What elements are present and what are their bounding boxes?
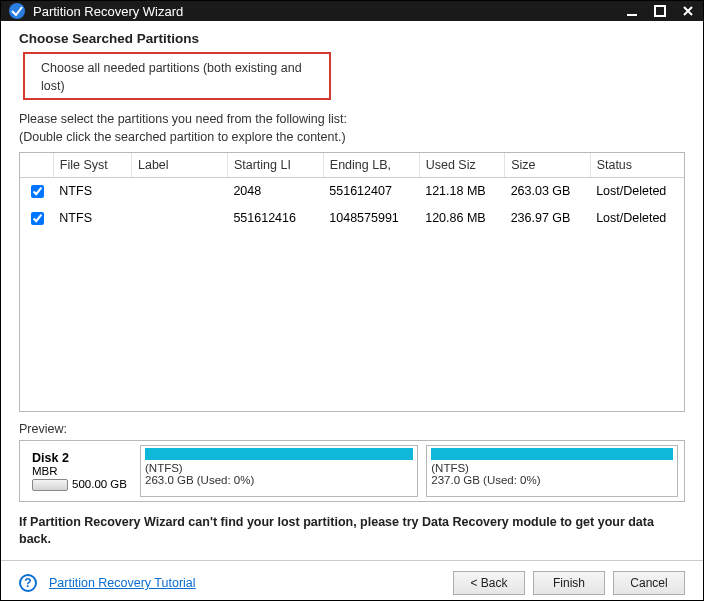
disk-info: Disk 2 MBR 500.00 GB: [20, 441, 138, 501]
cell-size: 236.97 GB: [505, 205, 590, 232]
preview-bars: (NTFS)263.0 GB (Used: 0%)(NTFS)237.0 GB …: [138, 441, 684, 501]
table-row[interactable]: NTFS2048551612407121.18 MB263.03 GBLost/…: [20, 177, 684, 205]
col-size[interactable]: Size: [505, 153, 590, 177]
disk-scheme: MBR: [32, 465, 130, 477]
finish-button[interactable]: Finish: [533, 571, 605, 595]
partition-bar: [145, 448, 413, 460]
footer: ? Partition Recovery Tutorial < Back Fin…: [1, 561, 703, 601]
cancel-button[interactable]: Cancel: [613, 571, 685, 595]
instructions-text: Please select the partitions you need fr…: [1, 110, 703, 152]
col-used-size[interactable]: Used Siz: [419, 153, 504, 177]
svg-rect-2: [655, 6, 665, 16]
cell-start-lba: 551612416: [227, 205, 323, 232]
svg-point-0: [9, 3, 25, 19]
disk-name: Disk 2: [32, 451, 130, 465]
page-heading: Choose Searched Partitions: [19, 31, 685, 46]
wizard-window: Partition Recovery Wizard Choose Searche…: [0, 0, 704, 601]
partition-fs: (NTFS): [431, 462, 673, 474]
svg-rect-1: [627, 14, 637, 16]
table-row[interactable]: NTFS5516124161048575991120.86 MB236.97 G…: [20, 205, 684, 232]
partition-fs: (NTFS): [145, 462, 413, 474]
instructions-line2: (Double click the searched partition to …: [19, 128, 685, 146]
titlebar: Partition Recovery Wizard: [1, 1, 703, 21]
help-icon[interactable]: ?: [19, 574, 37, 592]
row-checkbox[interactable]: [31, 185, 44, 198]
window-title: Partition Recovery Wizard: [33, 4, 625, 19]
preview-panel: Disk 2 MBR 500.00 GB (NTFS)263.0 GB (Use…: [19, 440, 685, 502]
cell-filesystem: NTFS: [53, 177, 131, 205]
maximize-icon[interactable]: [653, 4, 667, 18]
minimize-icon[interactable]: [625, 4, 639, 18]
cell-end-lba: 1048575991: [323, 205, 419, 232]
cell-used-size: 120.86 MB: [419, 205, 504, 232]
cell-label: [132, 205, 228, 232]
partition-table: File Syst Label Starting LI Ending LB, U…: [19, 152, 685, 412]
recovery-note: If Partition Recovery Wizard can't find …: [1, 510, 703, 556]
col-filesystem[interactable]: File Syst: [53, 153, 131, 177]
disk-size: 500.00 GB: [72, 478, 127, 490]
instructions-line1: Please select the partitions you need fr…: [19, 110, 685, 128]
partition-size: 263.0 GB (Used: 0%): [145, 474, 413, 486]
col-end-lba[interactable]: Ending LB,: [323, 153, 419, 177]
cell-status: Lost/Deleted: [590, 177, 684, 205]
cell-status: Lost/Deleted: [590, 205, 684, 232]
col-check[interactable]: [20, 153, 53, 177]
content-area: Choose Searched Partitions Choose all ne…: [1, 21, 703, 601]
page-subheading: Choose all needed partitions (both exist…: [41, 61, 302, 93]
back-button[interactable]: < Back: [453, 571, 525, 595]
close-icon[interactable]: [681, 4, 695, 18]
col-label[interactable]: Label: [132, 153, 228, 177]
col-start-lba[interactable]: Starting LI: [227, 153, 323, 177]
preview-partition[interactable]: (NTFS)237.0 GB (Used: 0%): [426, 445, 678, 497]
row-checkbox[interactable]: [31, 212, 44, 225]
table-header-row: File Syst Label Starting LI Ending LB, U…: [20, 153, 684, 177]
subheading-highlight: Choose all needed partitions (both exist…: [23, 52, 331, 100]
cell-start-lba: 2048: [227, 177, 323, 205]
cell-filesystem: NTFS: [53, 205, 131, 232]
cell-size: 263.03 GB: [505, 177, 590, 205]
partition-size: 237.0 GB (Used: 0%): [431, 474, 673, 486]
preview-partition[interactable]: (NTFS)263.0 GB (Used: 0%): [140, 445, 418, 497]
tutorial-link[interactable]: Partition Recovery Tutorial: [49, 576, 196, 590]
cell-used-size: 121.18 MB: [419, 177, 504, 205]
disk-icon: [32, 479, 68, 491]
col-status[interactable]: Status: [590, 153, 684, 177]
app-icon: [7, 1, 27, 21]
preview-label: Preview:: [1, 412, 703, 440]
cell-end-lba: 551612407: [323, 177, 419, 205]
cell-label: [132, 177, 228, 205]
partition-bar: [431, 448, 673, 460]
